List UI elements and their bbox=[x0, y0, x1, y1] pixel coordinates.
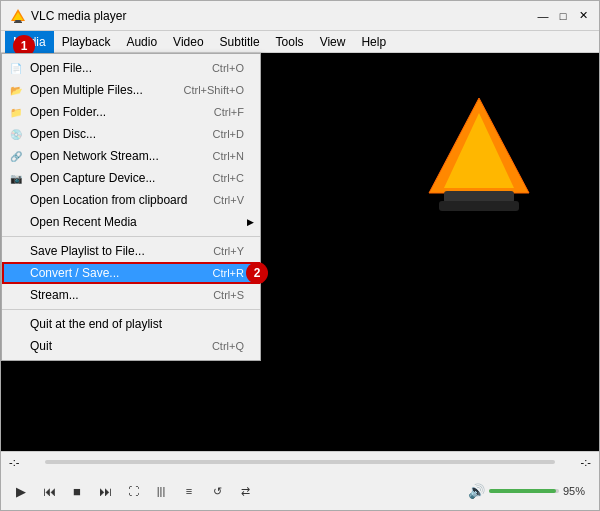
prev-button[interactable]: ⏮ bbox=[37, 479, 61, 503]
menu-quit[interactable]: Quit Ctrl+Q bbox=[2, 335, 260, 357]
window-title: VLC media player bbox=[31, 9, 535, 23]
open-folder-icon: 📁 bbox=[8, 104, 24, 120]
progress-area: -:- -:- bbox=[1, 452, 599, 472]
menu-video[interactable]: Video bbox=[165, 31, 211, 53]
menu-open-capture[interactable]: 📷 Open Capture Device... Ctrl+C bbox=[2, 167, 260, 189]
menu-convert-save[interactable]: Convert / Save... Ctrl+R 2 bbox=[2, 262, 260, 284]
playback-controls: ▶ ⏮ ■ ⏭ ⛶ ||| ≡ ↺ ⇄ 🔊 95% bbox=[1, 472, 599, 510]
progress-track[interactable] bbox=[45, 460, 555, 464]
open-multiple-icon: 📂 bbox=[8, 82, 24, 98]
vlc-logo bbox=[419, 93, 539, 223]
menu-open-disc[interactable]: 💿 Open Disc... Ctrl+D bbox=[2, 123, 260, 145]
window-controls: — □ ✕ bbox=[535, 8, 591, 24]
menu-bar: Media 1 Playback Audio Video Subtitle To… bbox=[1, 31, 599, 53]
vlc-window: VLC media player — □ ✕ Media 1 Playback … bbox=[0, 0, 600, 511]
volume-label: 95% bbox=[563, 485, 591, 497]
menu-view[interactable]: View bbox=[312, 31, 354, 53]
menu-recent-media[interactable]: Open Recent Media bbox=[2, 211, 260, 233]
menu-subtitle[interactable]: Subtitle bbox=[212, 31, 268, 53]
open-file-icon: 📄 bbox=[8, 60, 24, 76]
volume-area: 🔊 95% bbox=[468, 483, 591, 499]
time-elapsed: -:- bbox=[9, 456, 39, 468]
svg-rect-3 bbox=[14, 21, 22, 23]
loop-button[interactable]: ↺ bbox=[205, 479, 229, 503]
app-icon bbox=[9, 7, 27, 25]
svg-rect-8 bbox=[439, 201, 519, 211]
menu-open-folder[interactable]: 📁 Open Folder... Ctrl+F bbox=[2, 101, 260, 123]
menu-audio[interactable]: Audio bbox=[118, 31, 165, 53]
menu-open-network[interactable]: 🔗 Open Network Stream... Ctrl+N bbox=[2, 145, 260, 167]
separator-2 bbox=[2, 309, 260, 310]
fullscreen-button[interactable]: ⛶ bbox=[121, 479, 145, 503]
menu-open-file[interactable]: 📄 Open File... Ctrl+O bbox=[2, 57, 260, 79]
volume-track[interactable] bbox=[489, 489, 559, 493]
menu-tools[interactable]: Tools bbox=[268, 31, 312, 53]
media-dropdown: 📄 Open File... Ctrl+O 📂 Open Multiple Fi… bbox=[1, 53, 261, 361]
open-capture-icon: 📷 bbox=[8, 170, 24, 186]
menu-quit-end[interactable]: Quit at the end of playlist bbox=[2, 313, 260, 335]
menu-stream[interactable]: Stream... Ctrl+S bbox=[2, 284, 260, 306]
title-bar: VLC media player — □ ✕ bbox=[1, 1, 599, 31]
minimize-button[interactable]: — bbox=[535, 8, 551, 24]
open-disc-icon: 💿 bbox=[8, 126, 24, 142]
next-button[interactable]: ⏭ bbox=[93, 479, 117, 503]
menu-open-location[interactable]: Open Location from clipboard Ctrl+V bbox=[2, 189, 260, 211]
volume-fill bbox=[489, 489, 556, 493]
random-button[interactable]: ⇄ bbox=[233, 479, 257, 503]
time-remaining: -:- bbox=[561, 456, 591, 468]
menu-help[interactable]: Help bbox=[353, 31, 394, 53]
volume-icon[interactable]: 🔊 bbox=[468, 483, 485, 499]
play-button[interactable]: ▶ bbox=[9, 479, 33, 503]
maximize-button[interactable]: □ bbox=[555, 8, 571, 24]
menu-open-multiple[interactable]: 📂 Open Multiple Files... Ctrl+Shift+O bbox=[2, 79, 260, 101]
menu-playback[interactable]: Playback bbox=[54, 31, 119, 53]
playlist-button[interactable]: ≡ bbox=[177, 479, 201, 503]
controls-area: -:- -:- ▶ ⏮ ■ ⏭ ⛶ ||| ≡ ↺ ⇄ 🔊 95% bbox=[1, 451, 599, 510]
close-button[interactable]: ✕ bbox=[575, 8, 591, 24]
badge-2: 2 bbox=[246, 262, 268, 284]
menu-save-playlist[interactable]: Save Playlist to File... Ctrl+Y bbox=[2, 240, 260, 262]
separator-1 bbox=[2, 236, 260, 237]
open-network-icon: 🔗 bbox=[8, 148, 24, 164]
stop-button[interactable]: ■ bbox=[65, 479, 89, 503]
extended-button[interactable]: ||| bbox=[149, 479, 173, 503]
